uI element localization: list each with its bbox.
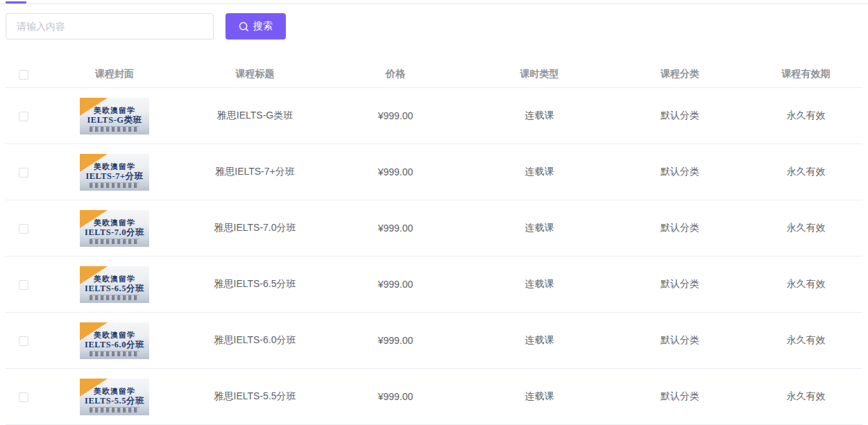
cover-brand-text: 美欧澳留学 [94, 218, 135, 227]
search-input[interactable] [6, 13, 214, 40]
table-header-row: 课程封面 课程标题 价格 课时类型 课程分类 课程有效期 [6, 61, 862, 88]
lesson-type: 连载课 [468, 390, 611, 403]
course-price: ¥999.00 [323, 391, 468, 402]
search-toolbar: 搜索 [6, 13, 868, 40]
column-header-validity: 课程有效期 [749, 68, 862, 80]
lesson-type: 连载课 [468, 334, 611, 347]
lesson-type: 连载课 [468, 166, 611, 178]
course-validity: 永久有效 [749, 110, 862, 122]
active-tab-indicator [6, 1, 26, 3]
course-price: ¥999.00 [323, 166, 468, 177]
row-checkbox[interactable] [19, 224, 28, 234]
table-row: 美欧澳留学 IELTS-6.0分班 雅思IELTS-6.0分班 ¥999.00 … [6, 313, 862, 369]
course-price: ¥999.00 [323, 335, 468, 346]
lesson-type: 连载课 [468, 110, 611, 122]
table-row: 美欧澳留学 IELTS-7.0分班 雅思IELTS-7.0分班 ¥999.00 … [6, 200, 862, 257]
cover-brand-text: 美欧澳留学 [94, 162, 135, 171]
course-title: 雅思IELTS-G类班 [187, 110, 323, 122]
course-category: 默认分类 [611, 390, 749, 403]
course-validity: 永久有效 [749, 334, 862, 347]
cover-course-text: IELTS-7+分班 [85, 171, 143, 182]
cover-building-detail [90, 238, 139, 244]
cover-building-detail [90, 295, 139, 300]
course-cover-image: 美欧澳留学 IELTS-6.0分班 [80, 322, 149, 359]
row-checkbox[interactable] [19, 112, 28, 121]
course-title: 雅思IELTS-6.5分班 [187, 278, 323, 290]
course-category: 默认分类 [611, 166, 749, 178]
course-cover-image: 美欧澳留学 IELTS-5.5分班 [80, 379, 149, 415]
table-body: 美欧澳留学 IELTS-G类班 雅思IELTS-G类班 ¥999.00 连载课 … [6, 88, 862, 425]
lesson-type: 连载课 [468, 278, 611, 290]
table-row: 美欧澳留学 IELTS-5.5分班 雅思IELTS-5.5分班 ¥999.00 … [6, 369, 862, 425]
search-icon [239, 21, 249, 32]
course-price: ¥999.00 [323, 223, 468, 234]
table-row: 美欧澳留学 IELTS-G类班 雅思IELTS-G类班 ¥999.00 连载课 … [6, 88, 862, 144]
column-header-cover: 课程封面 [42, 68, 187, 80]
course-category: 默认分类 [611, 278, 749, 290]
row-checkbox[interactable] [19, 336, 28, 346]
cover-building-detail [90, 182, 139, 188]
course-price: ¥999.00 [323, 279, 468, 290]
cover-course-text: IELTS-6.0分班 [85, 340, 144, 350]
cover-brand-text: 美欧澳留学 [94, 275, 135, 284]
course-validity: 永久有效 [749, 222, 862, 234]
search-button[interactable]: 搜索 [225, 13, 286, 40]
search-button-label: 搜索 [253, 20, 273, 33]
row-checkbox[interactable] [19, 168, 28, 177]
lesson-type: 连载课 [468, 222, 611, 234]
course-cover-image: 美欧澳留学 IELTS-G类班 [80, 98, 149, 135]
course-category: 默认分类 [611, 334, 749, 347]
column-header-title: 课程标题 [187, 68, 323, 80]
row-checkbox[interactable] [19, 392, 28, 402]
cover-course-text: IELTS-6.5分班 [85, 284, 144, 294]
course-title: 雅思IELTS-7+分班 [187, 166, 323, 178]
table-row: 美欧澳留学 IELTS-7+分班 雅思IELTS-7+分班 ¥999.00 连载… [6, 144, 862, 200]
cover-course-text: IELTS-7.0分班 [85, 227, 144, 238]
cover-building-detail [90, 351, 139, 356]
cover-brand-text: 美欧澳留学 [94, 106, 135, 115]
row-checkbox[interactable] [19, 280, 28, 290]
tabs-bar [0, 0, 868, 4]
cover-brand-text: 美欧澳留学 [94, 387, 135, 396]
course-title: 雅思IELTS-5.5分班 [187, 390, 323, 403]
cover-building-detail [90, 407, 139, 413]
course-cover-image: 美欧澳留学 IELTS-6.5分班 [80, 266, 149, 303]
column-header-type: 课时类型 [468, 68, 611, 80]
course-validity: 永久有效 [749, 166, 862, 178]
cover-brand-text: 美欧澳留学 [94, 331, 135, 340]
course-price: ¥999.00 [323, 110, 468, 121]
course-table: 课程封面 课程标题 价格 课时类型 课程分类 课程有效期 美欧澳留学 IELTS… [6, 61, 862, 425]
select-all-checkbox[interactable] [19, 70, 28, 80]
course-category: 默认分类 [611, 222, 749, 234]
course-validity: 永久有效 [749, 390, 862, 403]
course-category: 默认分类 [611, 110, 749, 122]
course-cover-image: 美欧澳留学 IELTS-7.0分班 [80, 210, 149, 247]
cover-course-text: IELTS-5.5分班 [85, 396, 144, 406]
cover-course-text: IELTS-G类班 [87, 115, 142, 125]
course-title: 雅思IELTS-7.0分班 [187, 222, 323, 234]
cover-building-detail [90, 126, 139, 132]
course-title: 雅思IELTS-6.0分班 [187, 334, 323, 347]
course-cover-image: 美欧澳留学 IELTS-7+分班 [80, 154, 149, 191]
table-row: 美欧澳留学 IELTS-6.5分班 雅思IELTS-6.5分班 ¥999.00 … [6, 257, 862, 313]
column-header-price: 价格 [323, 68, 468, 80]
column-header-category: 课程分类 [611, 68, 749, 80]
course-validity: 永久有效 [749, 278, 862, 290]
